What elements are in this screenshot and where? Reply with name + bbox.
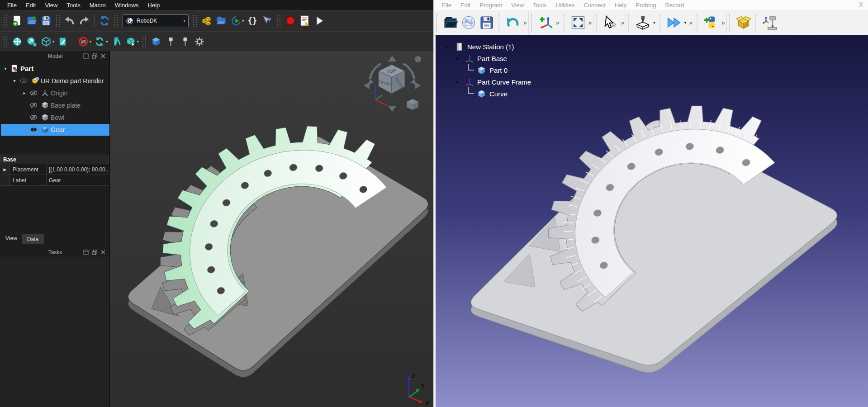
navcube-mini-cube[interactable]: [407, 99, 418, 110]
pin-b-icon[interactable]: [178, 34, 192, 49]
open-file-icon[interactable]: [441, 14, 460, 32]
clipping-plane-icon[interactable]: [76, 34, 90, 49]
toolbar-drag-handle[interactable]: [142, 36, 146, 47]
close-panel-icon[interactable]: [100, 53, 106, 59]
menu-tools[interactable]: Tools: [62, 1, 85, 9]
isometric-view-icon[interactable]: [39, 34, 53, 49]
expander-icon[interactable]: ▾: [455, 55, 465, 62]
online-library-icon[interactable]: [460, 14, 478, 32]
measure-icon[interactable]: [109, 34, 123, 49]
zoom-selection-icon[interactable]: [24, 34, 39, 49]
expander-icon[interactable]: ▶: [0, 164, 10, 175]
measure-probe-icon[interactable]: [761, 14, 779, 32]
toolbar-drag-handle[interactable]: [697, 14, 699, 32]
chevron-more-icon[interactable]: »: [721, 19, 725, 26]
tab-view[interactable]: View: [1, 233, 22, 244]
open-folder-icon[interactable]: [214, 14, 228, 28]
menu-edit[interactable]: Edit: [456, 1, 475, 9]
toolbar-drag-handle[interactable]: [659, 14, 662, 32]
box-selection-icon[interactable]: [123, 34, 138, 49]
toolbar-drag-handle[interactable]: [114, 15, 118, 27]
toolbar-drag-handle[interactable]: [498, 14, 501, 32]
fit-all-icon[interactable]: [10, 34, 24, 49]
toolbar-drag-handle[interactable]: [56, 15, 60, 27]
tree-row-part-base[interactable]: ▾ Part Base: [446, 52, 531, 64]
tree-row-base-plate[interactable]: Base plate: [0, 99, 109, 111]
redo-icon[interactable]: [77, 14, 91, 28]
property-row-placement[interactable]: ▶ Placement [(1.00 0.00 0.00); 90.00...: [0, 164, 109, 175]
property-value[interactable]: [(1.00 0.00 0.00); 90.00...: [47, 164, 109, 175]
pin-a-icon[interactable]: [163, 34, 178, 49]
menu-file[interactable]: File: [437, 1, 456, 9]
menu-edit[interactable]: Edit: [21, 1, 40, 9]
toolbar-drag-handle[interactable]: [193, 15, 197, 27]
tree-row-origin[interactable]: ▸ Origin: [0, 87, 109, 99]
macro-document-icon[interactable]: [298, 14, 312, 28]
tree-row-station[interactable]: ▾ New Station (1): [446, 41, 531, 52]
visible-eye-icon[interactable]: [19, 76, 28, 85]
toolbar-drag-handle[interactable]: [277, 15, 280, 27]
menu-utilities[interactable]: Utilities: [551, 1, 579, 9]
tree-row-ur-demo[interactable]: ▾ UR Demo part Render: [0, 75, 109, 87]
tree-row-curve[interactable]: Curve: [446, 88, 531, 99]
expander-icon[interactable]: ▾: [455, 79, 465, 85]
blue-cube-icon[interactable]: [149, 34, 163, 49]
tree-row-gear[interactable]: Gear: [0, 123, 109, 136]
hidden-eye-icon[interactable]: [29, 89, 38, 97]
sync-view-icon[interactable]: [92, 34, 107, 49]
navigation-cube[interactable]: TOP FRONT RIGHT: [362, 55, 422, 113]
float-panel-icon[interactable]: [92, 250, 97, 255]
toolbar-drag-handle[interactable]: [531, 14, 533, 32]
chevron-down-icon[interactable]: ▾: [106, 39, 108, 44]
tree-row-part-0[interactable]: Part 0: [446, 64, 531, 76]
chevron-more-icon[interactable]: »: [588, 19, 592, 26]
float-panel-icon[interactable]: [92, 53, 97, 59]
load-parts-icon[interactable]: [199, 14, 214, 28]
chevron-down-icon[interactable]: ▾: [52, 39, 55, 44]
save-station-icon[interactable]: [478, 14, 496, 32]
chevron-down-icon[interactable]: ▾: [90, 39, 92, 44]
menu-connect[interactable]: Connect: [579, 1, 610, 9]
close-window-button[interactable]: X: [859, 1, 868, 9]
chevron-down-icon[interactable]: ▾: [137, 39, 139, 44]
toolbar-drag-handle[interactable]: [755, 14, 758, 32]
menu-help[interactable]: Help: [610, 1, 631, 9]
tree-row-bowl[interactable]: Bowl: [0, 111, 109, 123]
menu-program[interactable]: Program: [475, 1, 507, 9]
chevron-down-icon[interactable]: ▾: [653, 20, 655, 25]
menu-probing[interactable]: Probing: [631, 1, 661, 9]
new-document-icon[interactable]: [10, 14, 24, 28]
run-fast-simulation-icon[interactable]: [665, 14, 683, 32]
chevron-down-icon[interactable]: ▾: [684, 20, 687, 25]
menu-macro[interactable]: Macro: [85, 1, 110, 9]
tab-data[interactable]: Data: [22, 234, 44, 244]
undo-icon[interactable]: [504, 14, 522, 32]
menu-help[interactable]: Help: [143, 1, 165, 9]
menu-record[interactable]: Record: [660, 1, 688, 9]
api-braces-icon[interactable]: {}: [245, 14, 260, 28]
machining-project-icon[interactable]: [634, 14, 652, 32]
toolbar-drag-handle[interactable]: [729, 14, 731, 32]
toolbar-drag-handle[interactable]: [436, 14, 438, 32]
menu-view[interactable]: View: [40, 1, 62, 9]
whats-this-icon[interactable]: ?: [260, 14, 274, 28]
open-document-icon[interactable]: [24, 14, 39, 28]
save-icon[interactable]: [39, 14, 53, 28]
hidden-eye-icon[interactable]: [29, 101, 38, 109]
expander-icon[interactable]: ▾: [2, 66, 9, 71]
tree-row-part[interactable]: ▾ Part: [0, 62, 109, 75]
undo-icon[interactable]: [62, 14, 77, 28]
menu-view[interactable]: View: [507, 1, 528, 9]
toolbar-drag-handle[interactable]: [564, 14, 566, 32]
close-panel-icon[interactable]: [100, 250, 106, 255]
tree-row-part-curve-frame[interactable]: ▾ Part Curve Frame: [446, 76, 531, 88]
property-row-label[interactable]: Label Gear: [0, 175, 109, 186]
add-reference-frame-icon[interactable]: [536, 14, 555, 32]
toolbar-drag-handle[interactable]: [4, 36, 7, 47]
chevron-down-icon[interactable]: ▾: [242, 19, 244, 23]
chevron-more-icon[interactable]: »: [621, 19, 624, 26]
chevron-more-icon[interactable]: »: [689, 19, 693, 26]
menu-windows[interactable]: Windows: [110, 1, 143, 9]
robodk-3d-viewport[interactable]: ▾ New Station (1) ▾ Part Base Part 0 ▾: [436, 35, 868, 407]
select-cursor-icon[interactable]: [601, 14, 619, 32]
